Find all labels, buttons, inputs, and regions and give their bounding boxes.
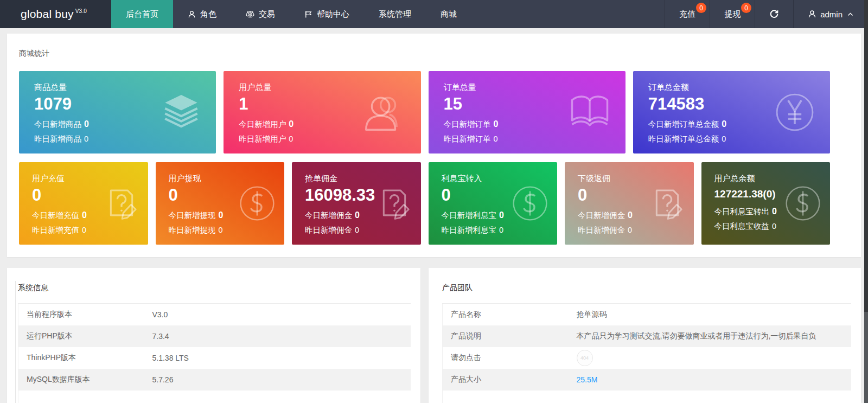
nav-item-trade[interactable]: 交易 (231, 0, 290, 28)
row-value: 抢单源码 (569, 304, 852, 325)
system-info-panel: 系统信息 当前程序版本 V3.0 运行PHP版本 7.3.4 ThinkPHP版… (7, 268, 420, 403)
withdraw-button[interactable]: 提现 0 (710, 0, 755, 28)
scrollbar-thumb[interactable] (864, 0, 868, 312)
nav-item-mall[interactable]: 商城 (426, 0, 471, 28)
row-value: V3.0 (144, 304, 411, 325)
stat-title: 用户充值 (32, 174, 144, 184)
stat-yesterday-value: 0 (289, 135, 293, 143)
stat-yesterday-label: 昨日新增佣金 (305, 226, 352, 234)
table-row: 产品大小 25.5M (443, 369, 852, 391)
mall-statistics-panel: 商城统计 商品总量 1079 今日新增商品0 昨日新增商品0 用户总量 1 今日… (7, 34, 861, 257)
stat-yesterday-label: 昨日新增商品 (34, 135, 81, 143)
row-value: 7.3.4 (144, 325, 411, 347)
stat-card-user-total-balance[interactable]: 用户总余额 127221.38(0) 今日利息宝转出0 今日利息宝收益0 (701, 162, 831, 245)
row-value: 5.1.38 LTS (144, 347, 411, 369)
book-icon (568, 91, 611, 134)
stat-yesterday-value: 0 (722, 135, 726, 143)
logo-text: global buy (21, 8, 74, 21)
product-team-title: 产品团队 (442, 283, 851, 293)
table-row: 产品名称 抢单源码 (443, 304, 852, 325)
row-label: 请勿点击 (443, 347, 569, 369)
navbar-right: 充值 0 提现 0 admin (665, 0, 868, 28)
withdraw-label: 提现 (724, 9, 741, 20)
stat-yesterday-value: 0 (494, 135, 498, 143)
nav-item-dashboard[interactable]: 后台首页 (111, 0, 173, 28)
user-menu[interactable]: admin (793, 0, 868, 28)
username: admin (820, 10, 843, 19)
nav-item-help-center[interactable]: 帮助中心 (290, 0, 364, 28)
recharge-button[interactable]: 充值 0 (665, 0, 710, 28)
stats-cards-row2: 用户充值 0 今日新增充值0 昨日新增充值0 用户提现 0 今日新增提现0 昨日… (19, 162, 830, 245)
row-label: 产品名称 (443, 304, 569, 325)
stat-yesterday-label: 昨日新增利息宝 (442, 226, 497, 234)
vertical-scrollbar[interactable] (864, 0, 868, 403)
recharge-badge: 0 (696, 3, 706, 13)
stat-card-total-products[interactable]: 商品总量 1079 今日新增商品0 昨日新增商品0 (19, 71, 216, 153)
product-size-link[interactable]: 25.5M (577, 375, 598, 384)
users-icon (360, 89, 407, 136)
stat-card-order-commission[interactable]: 抢单佣金 16098.33 今日新增佣金0 昨日新增佣金0 (292, 162, 421, 245)
refresh-button[interactable] (755, 0, 793, 28)
table-row: ThinkPHP版本 5.1.38 LTS (18, 347, 411, 369)
stat-card-downline-rebate[interactable]: 下级返佣 0 今日新增佣金0 昨日新增佣金0 (565, 162, 694, 245)
stat-today-value: 0 (84, 119, 89, 129)
nav-item-roles[interactable]: 角色 (173, 0, 231, 28)
stat-title: 用户提现 (169, 174, 280, 184)
stat-yesterday-value: 0 (355, 226, 359, 234)
stat-title: 下级返佣 (578, 174, 690, 184)
user-icon (808, 10, 816, 18)
stat-card-interest-transfer-in[interactable]: 利息宝转入 0 今日新增利息宝0 昨日新增利息宝0 (429, 162, 558, 245)
nav-item-system-admin[interactable]: 系统管理 (364, 0, 426, 28)
stats-cards-row1: 商品总量 1079 今日新增商品0 昨日新增商品0 用户总量 1 今日新增用户0… (19, 71, 830, 153)
stat-card-user-withdraw[interactable]: 用户提现 0 今日新增提现0 昨日新增提现0 (156, 162, 285, 245)
stat-yesterday-label: 昨日新增佣金 (578, 226, 625, 234)
stat-title: 利息宝转入 (442, 174, 553, 184)
user-icon (188, 10, 196, 18)
stat-card-user-recharge[interactable]: 用户充值 0 今日新增充值0 昨日新增充值0 (19, 162, 148, 245)
stat-yesterday-label: 昨日新增订单 (444, 135, 491, 143)
stat-yesterday-label: 昨日新增订单总金额 (648, 135, 719, 143)
row-value: 5.7.26 (144, 369, 411, 391)
table-row: 当前程序版本 V3.0 (18, 304, 411, 325)
stat-today-label: 今日新增利息宝 (442, 211, 497, 220)
stat-title: 用户总余额 (714, 174, 826, 184)
stat-yesterday-value: 0 (219, 226, 223, 234)
stat-today-value: 0 (289, 119, 293, 129)
stat-today-label: 今日新增佣金 (578, 211, 625, 220)
stat-yesterday-value: 0 (628, 226, 632, 234)
table-row-partial (443, 391, 852, 403)
stat-today-label: 今日利息宝转出 (714, 207, 770, 216)
yen-circle-icon (774, 91, 816, 133)
chevron-up-icon (847, 11, 854, 18)
stat-yesterday-label: 昨日新增提现 (169, 226, 216, 234)
stat-today-label: 今日新增佣金 (305, 211, 352, 220)
stat-today-label: 今日新增提现 (169, 211, 216, 220)
table-row: 请勿点击 404 (443, 347, 852, 369)
stat-card-total-orders[interactable]: 订单总量 15 今日新增订单0 昨日新增订单0 (429, 71, 626, 153)
product-team-panel: 产品团队 产品名称 抢单源码 产品说明 本产品只为学习测试交流,请勿要做商业或者… (429, 268, 861, 403)
flag-icon (304, 10, 312, 18)
logo-version: V3.0 (75, 8, 87, 14)
stat-yesterday-value: 0 (84, 135, 88, 143)
main-nav: 后台首页 角色 交易 帮助中心 系统管理 商城 (111, 0, 471, 28)
withdraw-badge: 0 (741, 3, 751, 13)
dollar-circle-icon (783, 184, 822, 223)
dollar-circle-icon (238, 184, 277, 223)
stat-today-value: 0 (219, 210, 224, 220)
stat-card-total-users[interactable]: 用户总量 1 今日新增用户0 昨日新增用户0 (224, 71, 420, 153)
stat-today-value: 0 (628, 210, 633, 220)
table-row: 运行PHP版本 7.3.4 (18, 325, 411, 347)
table-row: 产品说明 本产品只为学习测试交流,请勿要做商业或者用于违法行为,一切后果自负 (443, 325, 852, 347)
stat-today-label: 今日新增商品 (34, 120, 81, 129)
recharge-label: 充值 (679, 9, 695, 20)
doc-question-icon (648, 184, 686, 222)
table-row-partial (18, 391, 411, 403)
stat-card-total-order-amount[interactable]: 订单总金额 714583 今日新增订单总金额0 昨日新增订单总金额0 (633, 71, 830, 153)
table-row: MySQL数据库版本 5.7.26 (18, 369, 411, 391)
row-value: 本产品只为学习测试交流,请勿要做商业或者用于违法行为,一切后果自负 (569, 325, 852, 347)
stat-title: 抢单佣金 (305, 174, 417, 184)
scale-icon (246, 10, 254, 18)
stat-today-label: 今日新增订单总金额 (648, 120, 719, 129)
doc-question-icon (103, 184, 141, 222)
nav-item-label: 帮助中心 (317, 9, 349, 20)
